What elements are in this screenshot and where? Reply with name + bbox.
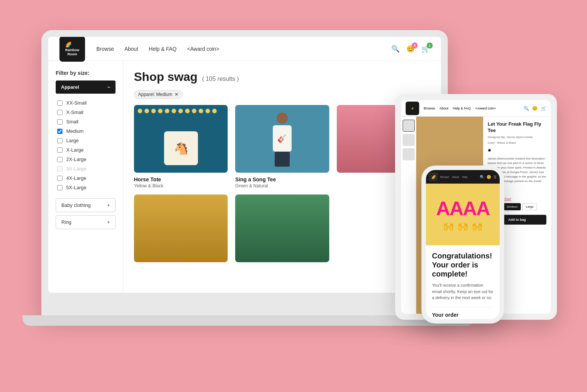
tablet-search-icon[interactable]: 🔍 [523,106,529,111]
tablet-designed-by: Designed By: James Abercrombie [488,135,546,139]
size-medium[interactable]: Medium [56,126,116,136]
tablet-nav-links: Browse About Help & FAQ <Award coin> [424,106,523,110]
phone-aaa-text: AAAA [436,199,490,218]
phone-nav-browse[interactable]: Browse [440,176,449,178]
laptop-device: 🌈 Rainbow Room Browse About Help & FAQ <… [41,30,448,316]
logo-text-room: Room [65,52,79,56]
checkbox-4xlarge[interactable] [57,176,62,181]
phone-nav-about[interactable]: About [452,176,459,178]
laptop-nav-links: Browse About Help & FAQ <Award coin> [96,46,391,52]
size-2xlarge[interactable]: 2X-Large [56,155,116,164]
tablet-nav-browse[interactable]: Browse [424,106,435,110]
tablet-thumb-1[interactable] [403,120,415,132]
ring-plus-icon: + [107,219,110,225]
green-product-image [235,194,329,262]
phone-shop-nav: Browse About Help [440,176,478,178]
cart-badge: 1 [427,43,433,49]
size-xlarge[interactable]: X-Large [56,145,116,155]
size-large-btn[interactable]: Large [522,203,537,210]
active-filter-tag[interactable]: Apparel: Medium ✕ [134,90,182,99]
size-xxsmall[interactable]: XX-Small [56,98,116,108]
tote-dots-decoration [138,109,224,113]
tablet-nav-about[interactable]: About [439,106,449,110]
logo-text: Rainbow [65,48,79,52]
product-grid: 🐴 Horse Tote Yellow & Black 🎸 [134,105,430,188]
laptop-main-area: Filter by size: Apparel − XX-Small X-Sma… [48,61,441,293]
checkbox-xlarge[interactable] [57,147,62,153]
checkbox-3xlarge [57,166,62,172]
checkbox-xsmall[interactable] [57,110,62,115]
cart-button[interactable]: 🛒 1 [421,45,430,53]
gold-product-image [134,194,228,262]
nav-about[interactable]: About [125,46,138,52]
tablet-product-thumbnails [401,117,416,314]
person-head [277,112,288,124]
tote-bag-graphic: 🐴 [164,131,198,165]
tablet-nav-award[interactable]: <Award coin> [475,106,496,110]
size-5xlarge[interactable]: 5X-Large [56,183,116,192]
product-card-green[interactable] [235,194,329,266]
nav-browse[interactable]: Browse [96,46,114,52]
tablet-nav-help[interactable]: Help & FAQ [453,106,471,110]
tablet-logo[interactable]: 🌈 [406,102,419,115]
size-small[interactable]: Small [56,117,116,126]
tablet-logo-text: 🌈 [411,107,414,109]
checkbox-xxsmall[interactable] [57,100,62,106]
apparel-filter-toggle[interactable]: Apparel − [56,81,116,94]
baby-clothing-filter[interactable]: Baby clothing + [56,198,116,212]
laptop-screen: 🌈 Rainbow Room Browse About Help & FAQ <… [48,37,441,293]
checkbox-medium[interactable] [57,129,62,134]
tshirt-color: Green & Natural [235,183,329,188]
hand-icon-1: 🙌 [443,221,454,232]
nav-award-coin[interactable]: <Award coin> [187,46,219,52]
hand-icon-2: 🙌 [457,221,468,232]
ring-filter[interactable]: Ring + [56,215,116,229]
shop-title-row: Shop swag ( 105 results ) [134,70,430,84]
checkbox-2xlarge[interactable] [57,157,62,162]
laptop-navbar: 🌈 Rainbow Room Browse About Help & FAQ <… [48,37,441,61]
product-card-gold[interactable] [134,194,228,266]
apparel-label: Apparel [61,84,79,90]
size-large[interactable]: Large [56,136,116,145]
account-button[interactable]: 😊 3 [406,45,415,53]
tshirt-design-icon: 🎸 [277,134,287,143]
tablet-thumb-2[interactable] [403,134,415,146]
ring-label: Ring [61,219,71,225]
product-card-horse-tote[interactable]: 🐴 Horse Tote Yellow & Black [134,105,228,188]
phone-hands-graphic: 🙌 🙌 🙌 [443,221,483,232]
laptop-logo[interactable]: 🌈 Rainbow Room [59,37,85,62]
search-button[interactable]: 🔍 [391,45,400,53]
phone-search-icon[interactable]: 🔍 [480,175,484,179]
filter-title: Filter by size: [56,70,116,76]
checkbox-5xlarge[interactable] [57,185,62,190]
hand-icon-3: 🙌 [471,221,483,232]
product-card-tshirt[interactable]: 🎸 Sing a Song Tee Green & Natural [235,105,329,188]
size-xsmall[interactable]: X-Small [56,108,116,117]
tablet-price: ● [488,147,546,153]
results-count: ( 105 results ) [202,76,239,82]
tablet-cart-icon[interactable]: 🛒 [541,106,546,111]
nav-help-faq[interactable]: Help & FAQ [149,46,176,52]
tshirt-image: 🎸 [235,105,329,173]
person-body: 🎸 [273,125,292,152]
tablet-nav-icons: 🔍 😊 🛒 [523,106,546,111]
phone-menu-icon[interactable]: ☰ [493,175,497,179]
phone-screen: 🌈 Browse About Help 🔍 😊 ☰ AAAA 🙌 🙌 🙌 Con… [426,170,500,319]
size-4xlarge[interactable]: 4X-Large [56,173,116,183]
size-xsmall-label: X-Small [66,109,84,115]
checkbox-large[interactable] [57,138,62,143]
tshirt-person-graphic: 🎸 [269,112,295,165]
tablet-thumb-3[interactable] [403,148,415,160]
checkbox-small[interactable] [57,119,62,125]
product-grid-row2 [134,194,430,266]
phone-congrats-title: Congratulations! Your order is complete! [432,251,494,278]
phone-account-icon[interactable]: 😊 [487,175,491,179]
remove-filter-icon[interactable]: ✕ [175,92,178,97]
phone-nav-help[interactable]: Help [462,176,467,178]
phone-device: 🌈 Browse About Help 🔍 😊 ☰ AAAA 🙌 🙌 🙌 Con… [421,166,504,324]
tablet-account-icon[interactable]: 😊 [532,106,538,111]
size-medium-btn[interactable]: Medium [503,203,521,210]
active-filter-text: Apparel: Medium [138,92,172,97]
size-3xlarge[interactable]: 3X-Large [56,164,116,173]
account-badge: 3 [412,43,418,49]
